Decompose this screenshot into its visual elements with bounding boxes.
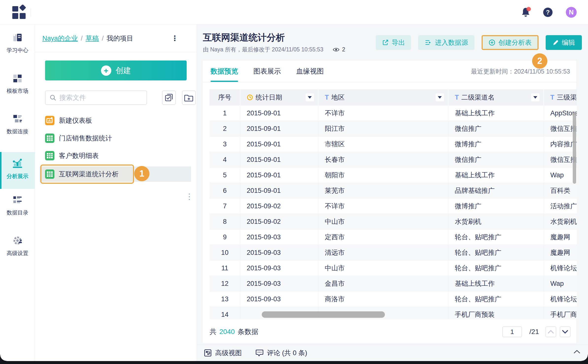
breadcrumb-kebab-menu-icon[interactable]: ⋮ (171, 34, 179, 43)
search-box (45, 91, 147, 105)
table-cell: 微信互推 (544, 152, 577, 167)
table-row[interactable]: 42015-09-01长春市微信推广微信互推 (210, 152, 577, 167)
notification-dot (526, 7, 531, 11)
chevron-down-icon (562, 330, 568, 334)
create-button-label: 创建 (116, 65, 131, 76)
create-button[interactable]: + 创建 (45, 61, 187, 80)
data-connection-icon (12, 113, 23, 125)
search-input[interactable] (59, 94, 141, 102)
column-header-date[interactable]: 统计日期 (240, 89, 318, 106)
table-cell: 清远市 (318, 245, 448, 260)
create-analysis-table-button[interactable]: 创建分析表 (482, 35, 539, 50)
table-cell: 11 (210, 260, 240, 276)
notifications-bell-icon[interactable] (522, 7, 530, 17)
sidebar-item-label: 模板市场 (7, 87, 28, 95)
sidebar-item-template-market[interactable]: 模板市场 (0, 73, 35, 95)
edit-button[interactable]: 编辑 (546, 35, 582, 50)
sidebar-item-advanced-settings[interactable]: 高级设置 (0, 235, 35, 257)
table-cell: 7 (210, 198, 240, 214)
tab-chart-display[interactable]: 图表展示 (253, 61, 281, 82)
tab-data-preview[interactable]: 数据预览 (211, 61, 238, 82)
column-filter-dropdown[interactable] (436, 93, 444, 101)
horizontal-scrollbar[interactable] (262, 311, 385, 318)
table-cell: 中山市 (318, 260, 448, 276)
table-row[interactable]: 82015-09-02中山市水货刷机水货刷机 (210, 214, 577, 229)
column-header-channel3[interactable]: T 三级渠道名 (544, 89, 577, 106)
window-corner-left (0, 355, 6, 361)
table-cell: 莱芜市 (318, 183, 448, 198)
comments-button[interactable]: 评论 (共 0 条) (256, 349, 307, 357)
table-cell: 长春市 (318, 152, 448, 167)
table-cell: 轮台、贴吧推广 (448, 260, 544, 276)
collapse-panel-button[interactable] (573, 349, 581, 355)
sidebar-item-analysis-display[interactable]: 分析展示 (0, 152, 35, 189)
new-folder-icon[interactable] (182, 91, 196, 105)
data-card: 数据预览 图表展示 血缘视图 最近更新时间：2024/11/05 10:55:5… (202, 60, 577, 344)
sidebar-item-data-catalog[interactable]: 数据目录 (0, 194, 35, 216)
table-row[interactable]: 62015-09-01莱芜市品牌基础推广百科类 (210, 183, 577, 198)
help-icon[interactable]: ? (543, 8, 553, 17)
file-item-dashboard[interactable]: 新建仪表板 (45, 114, 92, 127)
table-row[interactable]: 112015-09-03中山市轮台、贴吧推广机锋论坛 (210, 260, 577, 276)
column-label: 地区 (331, 93, 345, 102)
table-cell: 魔趣网 (544, 229, 577, 245)
table-cell: AppStore (544, 106, 577, 121)
chevron-up-icon (548, 330, 554, 334)
app-logo-icon[interactable] (12, 5, 27, 21)
logo-divider (31, 8, 31, 17)
column-filter-dropdown[interactable] (306, 93, 314, 101)
file-name: 客户数明细表 (59, 151, 99, 160)
previous-page-button[interactable] (545, 326, 556, 337)
column-header-region[interactable]: T 地区 (318, 89, 448, 106)
table-row[interactable]: 92015-09-03定西市轮台、贴吧推广魔趣网 (210, 229, 577, 245)
table-row[interactable]: 32015-09-01市辖区微博推广内容推广 (210, 136, 577, 152)
table-cell: 魔趣网 (544, 245, 577, 260)
column-header-channel2[interactable]: T 二级渠道名 (448, 89, 544, 106)
page-total-text: /21 (529, 328, 539, 336)
user-avatar[interactable]: N (566, 7, 577, 18)
table-row[interactable]: 12015-09-01不详市基础上线工作AppStore (210, 106, 577, 121)
topbar-actions: ? N (522, 0, 577, 25)
breadcrumb: Naya的企业 / 草稿 / 我的项目 (42, 25, 133, 52)
advanced-view-icon (204, 349, 212, 357)
table-body: 12015-09-01不详市基础上线工作AppStore22015-09-01阳… (210, 106, 577, 319)
table-row[interactable]: 52015-09-01朝阳市基础上线工作Wap (210, 167, 577, 183)
sidebar-item-learning-center[interactable]: 学习中心 (0, 32, 35, 54)
primary-sidebar: 学习中心 模板市场 (0, 25, 35, 361)
column-filter-dropdown[interactable] (531, 93, 539, 101)
file-item-table-selected[interactable]: 互联网渠道统计分析 (45, 168, 119, 180)
table-row[interactable]: 72015-09-02不详市微博推广活动推广 (210, 198, 577, 214)
table-cell: 不详市 (318, 106, 448, 121)
export-button[interactable]: 导出 (376, 35, 411, 50)
table-row[interactable]: 22015-09-01阳江市微信推广微信互推 (210, 121, 577, 136)
file-item-table[interactable]: 门店销售数据统计 (45, 132, 112, 144)
page-number-input[interactable] (502, 326, 522, 337)
table-cell: 微信互推 (544, 121, 577, 136)
table-cell: 9 (210, 229, 240, 245)
enter-datasource-button[interactable]: 进入数据源 (418, 35, 474, 50)
next-page-button[interactable] (560, 326, 571, 337)
advanced-view-button[interactable]: 高级视图 (204, 349, 242, 357)
table-row[interactable]: 132015-09-03商洛市轮台、贴吧推广机锋论坛 (210, 291, 577, 307)
table-cell: 4 (210, 152, 240, 167)
chevron-up-icon (573, 349, 581, 354)
table-footer: 共 2040 条数据 /21 (210, 326, 571, 338)
table-row[interactable]: 102015-09-03清远市轮台、贴吧推广魔趣网 (210, 245, 577, 260)
panel-kebab-menu-icon[interactable]: ⋮ (185, 192, 193, 201)
file-item-table[interactable]: 客户数明细表 (45, 150, 99, 162)
table-row[interactable]: 122015-09-03金昌市基础上线工作Wap (210, 276, 577, 291)
vertical-scrollbar[interactable] (573, 112, 576, 184)
app-window: ? N 学习中心 (0, 0, 588, 361)
table-cell: 定西市 (318, 229, 448, 245)
sidebar-item-label: 分析展示 (7, 173, 28, 180)
tab-lineage-view[interactable]: 血缘视图 (296, 61, 324, 82)
table-cell: 手机厂商预装 (448, 307, 544, 319)
breadcrumb-link-enterprise[interactable]: Naya的企业 (42, 34, 78, 43)
sidebar-item-data-connection[interactable]: 数据连接 (0, 113, 35, 135)
owner-modified-text: 由 Naya 所有，最后修改于 2024/11/05 10:55:53 (203, 46, 323, 53)
breadcrumb-link-draft[interactable]: 草稿 (86, 34, 99, 43)
file-panel: Naya的企业 / 草稿 / 我的项目 ⋮ + 创建 (35, 25, 197, 361)
multi-select-icon[interactable] (162, 91, 176, 105)
column-label: 二级渠道名 (461, 93, 495, 102)
table-cell: 活动推广 (544, 198, 577, 214)
